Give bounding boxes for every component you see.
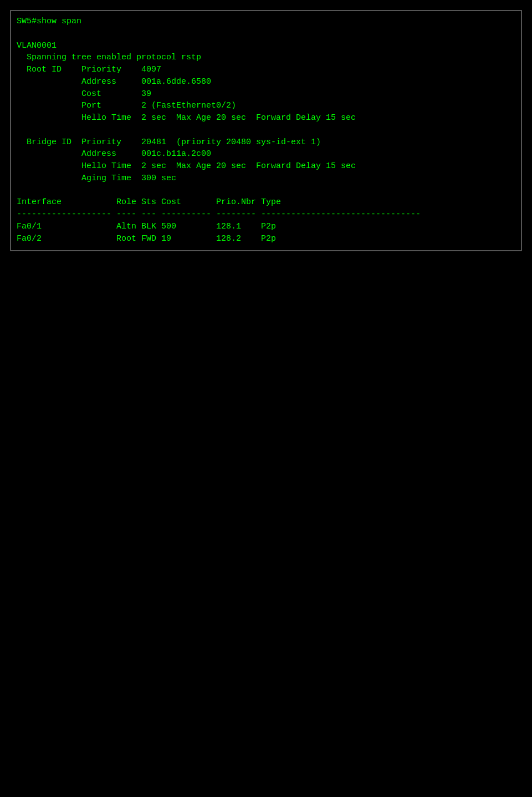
- terminal-window: SW5#show span VLAN0001 Spanning tree ena…: [10, 10, 522, 251]
- footer-date: duben 2015: [10, 778, 54, 787]
- footer-page: 19/21: [501, 778, 522, 787]
- terminal-output: SW5#show span VLAN0001 Spanning tree ena…: [17, 16, 515, 245]
- figure-caption: Obrázek 18: SW5 - show spanning-tree: [0, 257, 532, 266]
- footer: duben 2015 19/21: [0, 778, 532, 787]
